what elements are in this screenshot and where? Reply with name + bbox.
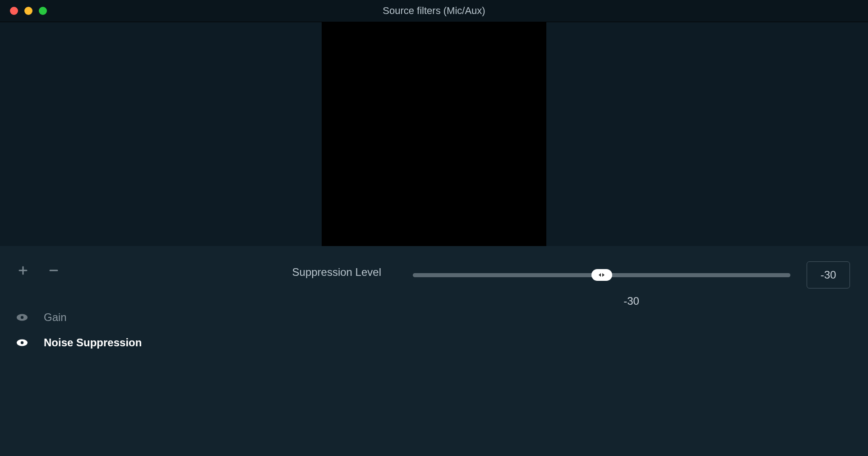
filter-item-noise-suppression[interactable]: Noise Suppression [0,330,212,355]
svg-point-1 [21,316,23,319]
add-filter-button[interactable] [16,263,30,278]
window-controls [0,7,47,15]
preview-area [0,22,868,246]
minus-icon [48,265,59,276]
slider-thumb[interactable] [591,269,612,281]
suppression-level-row: Suppression Level -30 -30 [230,261,850,295]
filter-controls [0,263,212,278]
remove-filter-button[interactable] [46,263,61,278]
visibility-toggle[interactable] [16,313,28,321]
suppression-slider-wrap: -30 -30 [413,261,850,295]
suppression-value-input[interactable]: -30 [807,261,850,288]
titlebar: Source filters (Mic/Aux) [0,0,868,22]
suppression-slider[interactable] [413,264,790,286]
visibility-toggle[interactable] [16,339,28,347]
maximize-window-button[interactable] [39,7,47,15]
window-title: Source filters (Mic/Aux) [0,5,868,17]
filter-item-gain[interactable]: Gain [0,305,212,330]
eye-icon [16,339,28,347]
filter-list: Gain Noise Suppression [0,305,212,355]
suppression-level-label: Suppression Level [230,261,413,279]
svg-point-3 [21,341,23,344]
filter-label: Noise Suppression [44,336,142,349]
chevron-left-icon [598,273,601,277]
eye-icon [16,313,28,321]
plus-icon [18,265,28,276]
filter-settings-panel: Suppression Level -30 -30 [212,246,868,456]
minimize-window-button[interactable] [24,7,32,15]
lower-panel: Gain Noise Suppression Suppression Level [0,246,868,456]
chevron-right-icon [602,273,605,277]
filter-sidebar: Gain Noise Suppression [0,246,212,456]
preview-canvas [322,22,546,246]
filter-label: Gain [44,311,67,324]
close-window-button[interactable] [10,7,18,15]
